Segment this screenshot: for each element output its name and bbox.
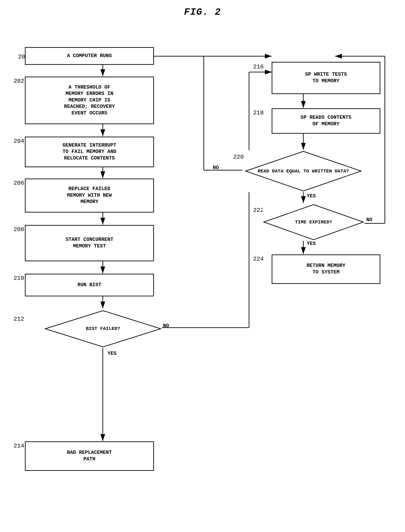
box-224: RETURN MEMORY TO SYSTEM bbox=[272, 255, 380, 284]
diamond-220: READ DATA EQUAL TO WRITTEN DATA? bbox=[244, 150, 362, 192]
box-202: A THRESHOLD OF MEMORY ERRORS IN MEMORY C… bbox=[25, 76, 154, 124]
diamond-212: BIST FAILED? bbox=[44, 310, 162, 348]
label-216: 216 bbox=[253, 63, 264, 70]
label-212: 212 bbox=[14, 316, 24, 322]
label-220: 220 bbox=[233, 154, 244, 160]
box-216: SP WRITE TESTS TO MEMORY bbox=[272, 62, 380, 94]
box-206: REPLACE FAILED MEMORY WITH NEW MEMORY bbox=[25, 179, 154, 213]
label-202: 202 bbox=[14, 78, 24, 84]
box-218: SP READS CONTENTS OF MEMORY bbox=[272, 108, 380, 134]
label-206: 206 bbox=[14, 180, 24, 187]
label-224: 224 bbox=[253, 256, 264, 262]
box-208: START CONCURRENT MEMORY TEST bbox=[25, 225, 154, 261]
label-212-no: NO bbox=[163, 323, 169, 329]
box-204: GENERATE INTERRUPT TO FAIL MEMORY AND RE… bbox=[25, 137, 154, 167]
label-222-no: NO bbox=[366, 217, 372, 223]
page-title: FIG. 2 bbox=[0, 0, 405, 18]
label-208: 208 bbox=[14, 226, 24, 233]
label-210: 210 bbox=[14, 275, 24, 282]
diamond-222: TIME EXPIRED? bbox=[263, 203, 364, 241]
box-214: BAD REPLACEMENT PATH bbox=[25, 441, 154, 471]
label-222-yes: YES bbox=[307, 241, 316, 247]
label-220-yes: YES bbox=[307, 193, 316, 199]
label-204: 204 bbox=[14, 138, 24, 145]
label-214: 214 bbox=[14, 442, 24, 449]
label-222: 222 bbox=[253, 207, 264, 214]
label-212-yes: YES bbox=[108, 351, 117, 356]
label-218: 218 bbox=[253, 110, 264, 116]
box-200: A COMPUTER RUNS bbox=[25, 47, 154, 65]
label-220-no: NO bbox=[213, 165, 219, 171]
box-210: RUN BIST bbox=[25, 274, 154, 296]
